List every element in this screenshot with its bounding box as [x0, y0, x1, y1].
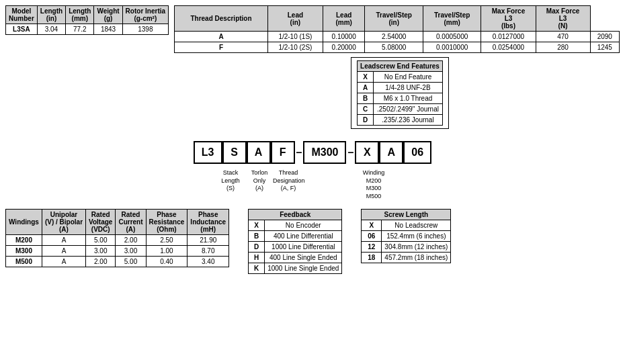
feedback-desc-cell: 400 Line Single Ended	[265, 252, 342, 263]
lead-in-cell: 0.20000	[323, 42, 365, 53]
screw-desc-cell: 152.4mm (6 inches)	[382, 230, 451, 241]
feedback-table-container: Feedback XNo EncoderB400 Line Differenti…	[248, 209, 342, 274]
resistance-cell: 1.00	[146, 245, 188, 256]
pn-label-5: WindingM200M300M500	[360, 169, 387, 201]
ts-mm-cell: 0.0127000	[481, 32, 536, 42]
pn-label-1: StackLength(S)	[215, 169, 246, 193]
screw-length-title: Screw Length	[362, 209, 451, 220]
voltage-cell: 5.00	[86, 234, 116, 245]
feedback-code-cell: B	[249, 230, 265, 241]
feedback-desc-cell: No Encoder	[265, 220, 342, 230]
voltage-cell: 2.00	[86, 256, 116, 267]
ts-mm-cell: 0.0254000	[481, 42, 536, 53]
weight-header: Weight(g)	[94, 6, 122, 24]
feedback-desc-cell: 1000 Line Differential	[265, 241, 342, 252]
uni-bi-cell: A	[42, 234, 85, 245]
lead-mm-cell: 5.08000	[365, 42, 423, 53]
phase-inductance-header: PhaseInductance(mH)	[188, 209, 229, 234]
weight-cell: 1843	[94, 24, 122, 35]
ts-in-cell: 0.0005000	[423, 32, 481, 42]
leadscrew-row: D.235/.236 Journal	[358, 115, 443, 126]
thread-id-cell: F	[175, 42, 268, 53]
winding-row: M500A2.005.000.403.40	[6, 256, 229, 267]
feedback-code-cell: H	[249, 252, 265, 263]
thread-row: F1/2-10 (2S)0.200005.080000.00100000.025…	[175, 42, 620, 53]
lead-in-header: Lead(in)	[267, 6, 323, 32]
winding-row: M300A3.003.001.008.70	[6, 245, 229, 256]
lead-mm-cell: 2.54000	[365, 32, 423, 42]
thread-id-cell: A	[175, 32, 268, 42]
resistance-cell: 2.50	[146, 234, 188, 245]
screw-row: 12304.8mm (12 inches)	[362, 241, 451, 252]
top-section: ModelNumber Length(in) Length(mm) Weight…	[5, 5, 620, 53]
thread-row: A1/2-10 (1S)0.100002.540000.00050000.012…	[175, 32, 620, 42]
screw-row: 18457.2mm (18 inches)	[362, 252, 451, 263]
pn-segment-a-6: A	[379, 141, 403, 164]
ts-in-cell: 0.0010000	[423, 42, 481, 53]
feedback-code-cell: X	[249, 220, 265, 230]
winding-name-cell: M300	[6, 245, 42, 256]
pn-label-3: ThreadDesignation(A, F)	[273, 169, 304, 193]
rated-voltage-header: RatedVoltage(VDC)	[86, 209, 116, 234]
leadscrew-row: C.2502/.2499" Journal	[358, 104, 443, 115]
len-mm-cell: 77.2	[66, 24, 94, 35]
label-line: Stack	[215, 169, 246, 177]
feedback-row: H400 Line Single Ended	[249, 252, 342, 263]
pn-segment--7: 06	[403, 141, 431, 164]
leadscrew-end-box: Leadscrew End Features XNo End FeatureA1…	[351, 57, 449, 129]
label-line: Winding	[360, 169, 387, 177]
leadscrew-end-title: Leadscrew End Features	[358, 61, 443, 72]
leadscrew-desc-cell: .2502/.2499" Journal	[374, 104, 443, 115]
label-line: Designation	[273, 177, 304, 185]
rated-current-header: RatedCurrent(A)	[116, 209, 146, 234]
force-lbs-cell: 470	[536, 32, 590, 42]
feedback-row: K1000 Line Single Ended	[249, 263, 342, 273]
screw-desc-cell: 457.2mm (18 inches)	[382, 252, 451, 263]
force-n-cell: 1245	[590, 42, 619, 53]
model-cell: L3SA	[6, 24, 38, 35]
leadscrew-desc-cell: .235/.236 Journal	[374, 115, 443, 126]
current-cell: 3.00	[116, 245, 146, 256]
label-line: M300	[360, 185, 387, 193]
feedback-code-cell: K	[249, 263, 265, 273]
pn-segment-a-2: A	[247, 141, 271, 164]
thread-desc-header: Thread Description	[175, 6, 268, 32]
current-cell: 2.00	[116, 234, 146, 245]
leadscrew-desc-cell: 1/4-28 UNF-2B	[374, 83, 443, 93]
ts-in-header: Travel/Step(in)	[365, 6, 423, 32]
force-lbs-cell: 280	[536, 42, 590, 53]
leadscrew-row: A1/4-28 UNF-2B	[358, 83, 443, 93]
length-mm-header: Length(mm)	[66, 6, 94, 24]
pn-segment-l-0: L3	[194, 141, 222, 164]
inertia-cell: 1398	[122, 24, 168, 35]
inductance-cell: 3.40	[188, 256, 229, 267]
leadscrew-code-cell: C	[358, 104, 374, 115]
feedback-desc-cell: 400 Line Differential	[265, 230, 342, 241]
label-line: Length	[215, 177, 246, 185]
maxforce-n-header: Max ForceL3(N)	[536, 6, 590, 32]
label-line: Torlon	[246, 169, 273, 177]
label-line: Only	[246, 177, 273, 185]
uni-bi-cell: A	[42, 256, 85, 267]
lead-in-cell: 0.10000	[323, 32, 365, 42]
maxforce-lbs-header: Max ForceL3(lbs)	[481, 6, 536, 32]
label-line: (S)	[215, 185, 246, 193]
pn-dash-1: –	[295, 146, 304, 158]
voltage-cell: 3.00	[86, 245, 116, 256]
bottom-section: Windings Unipolar(V) / Bipolar(A) RatedV…	[5, 209, 620, 274]
feedback-row: XNo Encoder	[249, 220, 342, 230]
leadscrew-code-cell: B	[358, 93, 374, 104]
screw-row: XNo Leadscrew	[362, 220, 451, 230]
leadscrew-code-cell: A	[358, 83, 374, 93]
leadscrew-row: BM6 x 1.0 Thread	[358, 93, 443, 104]
feedback-row: B400 Line Differential	[249, 230, 342, 241]
winding-row: M200A5.002.002.5021.90	[6, 234, 229, 245]
len-in-cell: 3.04	[37, 24, 65, 35]
uni-bi-cell: A	[42, 245, 85, 256]
label-line: (A, F)	[273, 185, 304, 193]
winding-name-cell: M500	[6, 256, 42, 267]
screw-code-cell: X	[362, 220, 382, 230]
label-line: Thread	[273, 169, 304, 177]
leadscrew-desc-cell: M6 x 1.0 Thread	[374, 93, 443, 104]
phase-resistance-header: PhaseResistance(Ohm)	[146, 209, 188, 234]
